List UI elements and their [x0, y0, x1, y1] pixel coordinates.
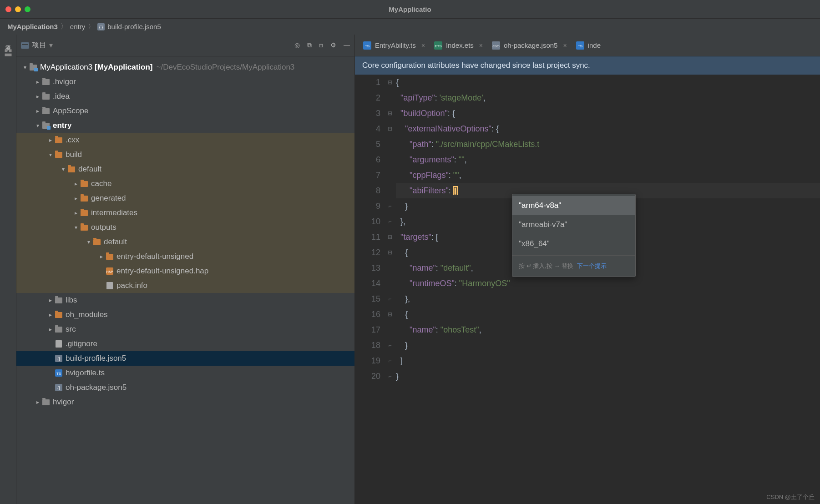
tree-label: entry-default-unsigned.hap [116, 267, 208, 276]
next-hint-link[interactable]: 下一个提示 [577, 262, 607, 269]
tree-node[interactable]: ▸hvigor [16, 395, 354, 409]
target-icon[interactable]: ◎ [294, 41, 300, 49]
tree-twistie[interactable]: ▸ [46, 312, 55, 318]
maximize-window-icon[interactable] [25, 6, 30, 12]
tree-twistie[interactable]: ▸ [46, 297, 55, 303]
tree-twistie[interactable]: ▸ [34, 108, 42, 114]
chevron-right-icon: 〉 [88, 22, 95, 31]
window-controls [5, 6, 30, 12]
settings-icon[interactable]: ⚙ [330, 41, 336, 49]
code-editor[interactable]: 1234567891011121314151617181920 ⊟⊟⊟⌐⌐⊟⊟⌐… [355, 75, 820, 504]
close-tab-icon[interactable]: × [479, 42, 483, 49]
collapse-all-icon[interactable]: ⧉ [307, 41, 312, 49]
tree-node[interactable]: {}build-profile.json5 [16, 351, 354, 366]
tree-node[interactable]: ▸libs [16, 293, 354, 307]
expand-all-icon[interactable]: ⧈ [319, 41, 323, 49]
module-icon [29, 63, 37, 71]
svg-text:TS: TS [56, 372, 61, 376]
tree-twistie[interactable]: ▸ [34, 79, 42, 85]
chevron-down-icon[interactable]: ▾ [49, 41, 53, 50]
svg-text:ETS: ETS [435, 44, 442, 48]
tree-label: hvigor [53, 398, 74, 407]
tree-node[interactable]: TShvigorfile.ts [16, 366, 354, 380]
editor-tab[interactable]: ETSIndex.ets× [430, 35, 487, 56]
breadcrumb-segment[interactable]: { } build-profile.json5 [97, 23, 161, 30]
folder-or-icon [80, 194, 88, 202]
folder-or-icon [55, 136, 63, 144]
tree-node[interactable]: pack.info [16, 278, 354, 293]
tree-twistie[interactable]: ▸ [46, 326, 55, 333]
tree-node[interactable]: ▸oh_modules [16, 307, 354, 322]
tree-label: oh_modules [66, 310, 108, 319]
project-tool-tab[interactable]: 项目 [3, 38, 13, 44]
tree-label: intermediates [91, 208, 137, 217]
tree-twistie[interactable]: ▾ [34, 122, 42, 129]
tree-twistie[interactable]: ▸ [34, 399, 42, 405]
tree-label: hvigorfile.ts [66, 368, 105, 378]
tree-node[interactable]: ▸.idea [16, 89, 354, 104]
file-icon [106, 282, 114, 290]
breadcrumb-segment[interactable]: entry [70, 23, 85, 30]
completion-popup[interactable]: "arm64-v8a""armeabi-v7a""x86_64" 按 ↵ 插入,… [512, 194, 636, 277]
completion-option[interactable]: "armeabi-v7a" [512, 215, 635, 234]
editor-tab[interactable]: TSinde [572, 35, 605, 56]
tree-node[interactable]: ▸.cxx [16, 133, 354, 147]
tree-twistie[interactable]: ▸ [46, 137, 55, 143]
tree-node[interactable]: ▸cache [16, 176, 354, 191]
folder-or-icon [80, 223, 88, 232]
completion-option[interactable]: "arm64-v8a" [512, 196, 635, 215]
tree-twistie[interactable]: ▸ [72, 181, 80, 187]
code-content[interactable]: { "apiType": 'stageMode', "buildOption":… [394, 75, 820, 504]
tree-node[interactable]: ▾entry [16, 118, 354, 133]
editor-tab[interactable]: JSOoh-package.json5× [487, 35, 572, 56]
tool-window-rail: 项目 [0, 35, 16, 504]
structure-icon[interactable] [4, 48, 13, 57]
tree-node[interactable]: ▾build [16, 147, 354, 162]
tree-node[interactable]: ▸.hvigor [16, 75, 354, 89]
project-tree[interactable]: ▾ MyApplication3 [MyApplication] ~/DevEc… [16, 56, 354, 504]
tree-twistie[interactable]: ▸ [97, 253, 106, 260]
tree-twistie[interactable]: ▾ [72, 224, 80, 231]
tree-twistie[interactable]: ▾ [46, 151, 55, 158]
tree-twistie[interactable]: ▸ [34, 93, 42, 100]
tree-node[interactable]: .gitignore [16, 337, 354, 351]
svg-text:TS: TS [365, 44, 370, 48]
tree-node[interactable]: ▸generated [16, 191, 354, 206]
minimize-panel-icon[interactable]: — [344, 41, 350, 49]
tree-label: build [66, 150, 82, 159]
tree-label: outputs [91, 223, 116, 232]
editor-tabs: TSEntryAbility.ts×ETSIndex.ets×JSOoh-pac… [355, 35, 820, 56]
tree-node[interactable]: HAPentry-default-unsigned.hap [16, 264, 354, 278]
fold-column[interactable]: ⊟⊟⊟⌐⌐⊟⊟⌐⊟⌐⌐⌐ [386, 75, 394, 504]
chevron-down-icon[interactable]: ▾ [21, 64, 29, 71]
editor-area: TSEntryAbility.ts×ETSIndex.ets×JSOoh-pac… [355, 35, 820, 504]
tree-node[interactable]: ▸src [16, 322, 354, 337]
close-window-icon[interactable] [5, 6, 11, 12]
tree-twistie[interactable]: ▸ [72, 210, 80, 216]
project-icon [21, 41, 29, 50]
minimize-window-icon[interactable] [15, 6, 21, 12]
folder-or-icon [67, 165, 76, 173]
tree-node[interactable]: ▸entry-default-unsigned [16, 249, 354, 264]
tree-twistie[interactable]: ▸ [72, 195, 80, 202]
breadcrumb: MyApplication3 〉 entry 〉 { } build-profi… [0, 18, 820, 35]
tree-twistie[interactable]: ▾ [85, 239, 93, 245]
svg-text:{ }: { } [99, 25, 103, 30]
folder-icon [42, 398, 50, 406]
tree-node[interactable]: ▸AppScope [16, 104, 354, 118]
tree-twistie[interactable]: ▾ [59, 166, 67, 172]
tree-node[interactable]: ▾outputs [16, 220, 354, 235]
window-title: MyApplicatio [389, 5, 431, 13]
tree-node[interactable]: ▾default [16, 235, 354, 249]
close-tab-icon[interactable]: × [563, 42, 567, 49]
folder-or-icon [80, 209, 88, 217]
tree-label: pack.info [116, 281, 147, 290]
breadcrumb-segment[interactable]: MyApplication3 [7, 23, 58, 30]
tree-node[interactable]: {}oh-package.json5 [16, 380, 354, 395]
completion-option[interactable]: "x86_64" [512, 234, 635, 253]
tree-node[interactable]: ▸intermediates [16, 206, 354, 220]
tree-node[interactable]: ▾default [16, 162, 354, 176]
editor-tab[interactable]: TSEntryAbility.ts× [359, 35, 430, 56]
close-tab-icon[interactable]: × [421, 42, 425, 49]
tree-root[interactable]: ▾ MyApplication3 [MyApplication] ~/DevEc… [16, 60, 354, 75]
